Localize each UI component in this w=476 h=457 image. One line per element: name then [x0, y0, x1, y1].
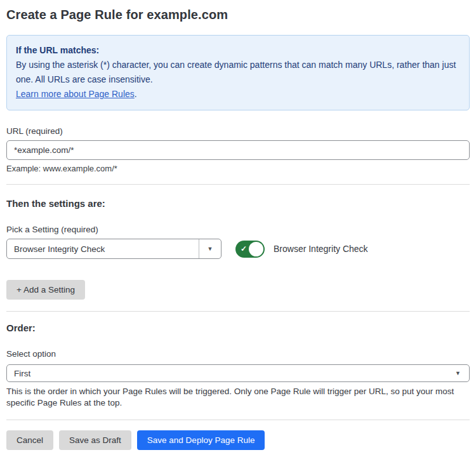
order-section-heading: Order: [6, 322, 470, 333]
toggle-knob [249, 242, 263, 256]
setting-dropdown-value: Browser Integrity Check [7, 239, 199, 258]
dropdown-arrow-icon[interactable]: ▼ [199, 239, 221, 258]
check-icon: ✓ [241, 245, 247, 253]
info-box-heading: If the URL matches: [16, 43, 460, 58]
url-input[interactable] [6, 140, 470, 160]
page-rule-form: Create a Page Rule for example.com If th… [0, 0, 476, 450]
url-match-info-box: If the URL matches: By using the asteris… [6, 35, 470, 110]
actions-row: Cancel Save as Draft Save and Deploy Pag… [6, 430, 470, 450]
page-title: Create a Page Rule for example.com [6, 8, 470, 22]
save-deploy-button[interactable]: Save and Deploy Page Rule [137, 430, 265, 450]
setting-picker-label: Pick a Setting (required) [6, 225, 470, 234]
divider [6, 420, 470, 420]
save-draft-button[interactable]: Save as Draft [59, 430, 131, 450]
cancel-button[interactable]: Cancel [6, 430, 53, 450]
dropdown-arrow-icon: ▼ [455, 370, 462, 376]
url-field-label: URL (required) [6, 126, 470, 136]
divider [6, 184, 470, 185]
link-suffix: . [135, 89, 137, 99]
setting-toggle[interactable]: ✓ [235, 241, 265, 258]
order-select-value: First [14, 369, 455, 378]
setting-dropdown[interactable]: Browser Integrity Check ▼ [6, 239, 221, 259]
order-helper-text: This is the order in which your Page Rul… [6, 386, 470, 409]
divider [6, 311, 470, 312]
order-select-label: Select option [6, 349, 470, 359]
setting-toggle-label: Browser Integrity Check [274, 244, 368, 254]
settings-section-heading: Then the settings are: [6, 198, 470, 209]
setting-row: Browser Integrity Check ▼ ✓ Browser Inte… [6, 239, 470, 259]
info-box-body: By using the asterisk (*) character, you… [16, 58, 460, 87]
order-select[interactable]: First ▼ [6, 364, 470, 382]
add-setting-button[interactable]: + Add a Setting [6, 280, 85, 300]
learn-more-link[interactable]: Learn more about Page Rules [16, 89, 135, 99]
url-example-helper: Example: www.example.com/* [6, 164, 470, 173]
info-box-link-line: Learn more about Page Rules. [16, 87, 460, 102]
